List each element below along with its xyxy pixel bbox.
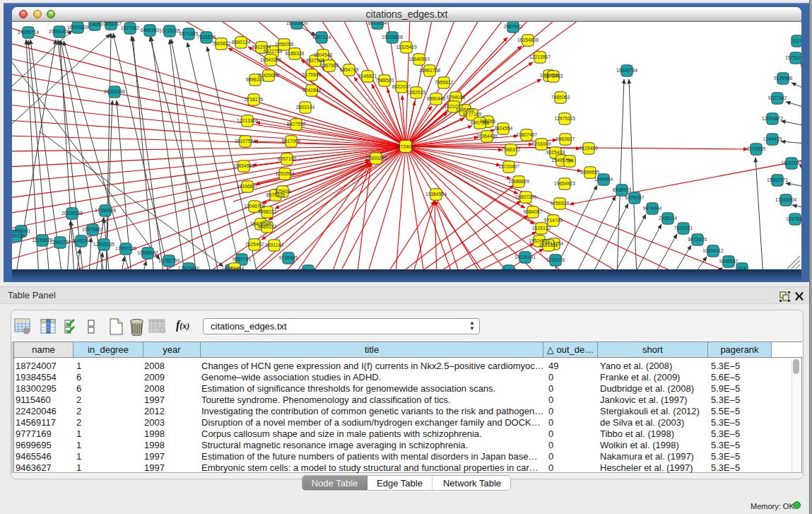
svg-text:8990448: 8990448 [427,96,446,101]
svg-text:8186328: 8186328 [286,51,305,56]
svg-text:9129966: 9129966 [774,76,793,81]
svg-text:16648784: 16648784 [616,68,637,73]
svg-text:10654112: 10654112 [702,248,724,253]
svg-text:2367608: 2367608 [320,63,339,68]
svg-text:8215955: 8215955 [747,146,766,151]
svg-text:9025418: 9025418 [546,150,565,155]
svg-text:9489222: 9489222 [258,224,277,229]
svg-text:9227342: 9227342 [768,95,787,100]
svg-text:7588520: 7588520 [375,78,394,83]
svg-text:11325419: 11325419 [396,45,417,49]
svg-text:12975115: 12975115 [554,116,575,121]
svg-text:19166827: 19166827 [237,184,258,189]
svg-text:8471676: 8471676 [688,237,707,242]
svg-text:971648: 971648 [300,268,317,269]
svg-text:19654983: 19654983 [233,163,254,168]
svg-text:15720407: 15720407 [498,164,519,169]
svg-text:12923446: 12923446 [178,266,199,269]
svg-text:20206558: 20206558 [61,211,83,216]
svg-text:8938923: 8938923 [613,187,632,192]
svg-text:2718176: 2718176 [245,97,264,102]
svg-text:2935114: 2935114 [659,216,677,221]
svg-text:14055714: 14055714 [18,30,39,35]
svg-text:16033809: 16033809 [286,22,307,25]
svg-text:18807249: 18807249 [515,194,536,199]
svg-text:9242848: 9242848 [302,88,322,93]
svg-text:12942757: 12942757 [49,240,71,245]
svg-text:7625402: 7625402 [245,242,264,247]
svg-text:18300295: 18300295 [365,156,387,160]
svg-text:5322754: 5322754 [264,49,283,54]
svg-text:9498222: 9498222 [258,209,277,214]
svg-text:18724007: 18724007 [395,144,416,149]
svg-text:9115460: 9115460 [579,146,598,151]
svg-text:9657791: 9657791 [233,257,252,262]
svg-text:16933809: 16933809 [67,25,88,30]
svg-text:7632621: 7632621 [674,226,693,230]
svg-text:8322037: 8322037 [392,84,411,89]
svg-text:924505: 924505 [501,268,517,269]
svg-text:8454749: 8454749 [340,67,359,72]
svg-text:1167533: 1167533 [786,216,801,221]
svg-text:754: 754 [565,158,574,163]
svg-text:18640910: 18640910 [408,57,430,62]
svg-text:14136141: 14136141 [514,255,536,259]
svg-text:7485063: 7485063 [551,95,570,100]
svg-text:6794028: 6794028 [447,95,466,100]
svg-text:12505135: 12505135 [93,242,114,247]
svg-text:10975867: 10975867 [82,227,103,232]
svg-text:1244415: 1244415 [763,136,782,141]
svg-text:9245652: 9245652 [719,259,739,264]
svg-text:16782759: 16782759 [158,258,180,263]
svg-text:1145194: 1145194 [72,238,90,243]
svg-text:10719185: 10719185 [159,28,180,33]
svg-text:1939159: 1939159 [12,233,25,238]
svg-text:2087682: 2087682 [504,24,523,29]
svg-text:16961758: 16961758 [419,68,440,73]
svg-text:1573493: 1573493 [544,74,563,78]
svg-text:9716485: 9716485 [279,255,298,260]
svg-text:6671385: 6671385 [180,31,199,36]
svg-text:2523331: 2523331 [539,243,558,247]
svg-text:6466160: 6466160 [141,28,160,33]
svg-text:10688609: 10688609 [508,179,529,184]
svg-text:12093872: 12093872 [762,116,783,121]
svg-text:7955812: 7955812 [435,80,454,85]
svg-text:8427552: 8427552 [287,122,306,127]
svg-text:9517006: 9517006 [282,139,301,144]
svg-text:16154808: 16154808 [517,37,539,42]
svg-text:5175645: 5175645 [302,72,322,77]
svg-text:12213967: 12213967 [529,54,551,59]
svg-text:7357224: 7357224 [312,35,331,40]
svg-text:8660124: 8660124 [232,40,251,45]
svg-text:10046768: 10046768 [244,204,265,209]
svg-text:8699695: 8699695 [581,170,600,175]
svg-text:9777169: 9777169 [463,112,482,117]
svg-text:20364436: 20364436 [476,134,498,139]
svg-text:1640954: 1640954 [594,177,613,182]
svg-text:17016504: 17016504 [775,197,796,202]
svg-text:12213369: 12213369 [237,118,258,123]
svg-text:19654923: 19654923 [554,181,575,186]
svg-text:16210643: 16210643 [781,160,801,165]
svg-text:7986372: 7986372 [502,147,521,152]
svg-text:20691406: 20691406 [49,29,70,34]
svg-text:20053346: 20053346 [104,89,125,94]
svg-text:10958107: 10958107 [137,250,158,255]
svg-text:15692971: 15692971 [767,177,788,182]
svg-text:1233426: 1233426 [546,257,565,262]
svg-text:9896101: 9896101 [246,77,265,82]
svg-text:9146821: 9146821 [358,74,377,78]
svg-text:19384554: 19384554 [425,192,447,197]
svg-text:6479197: 6479197 [625,195,645,200]
svg-text:1527602: 1527602 [121,25,140,30]
svg-text:9714746: 9714746 [544,218,563,223]
svg-text:125414: 125414 [275,189,291,194]
svg-text:1815001: 1815001 [12,228,30,233]
svg-text:7663822: 7663822 [212,41,231,46]
svg-text:9756928: 9756928 [551,201,570,206]
svg-text:16543362: 16543362 [260,57,281,62]
svg-text:1253594: 1253594 [276,171,295,176]
svg-text:15751074: 15751074 [785,55,801,60]
svg-text:16107554: 16107554 [235,139,256,144]
